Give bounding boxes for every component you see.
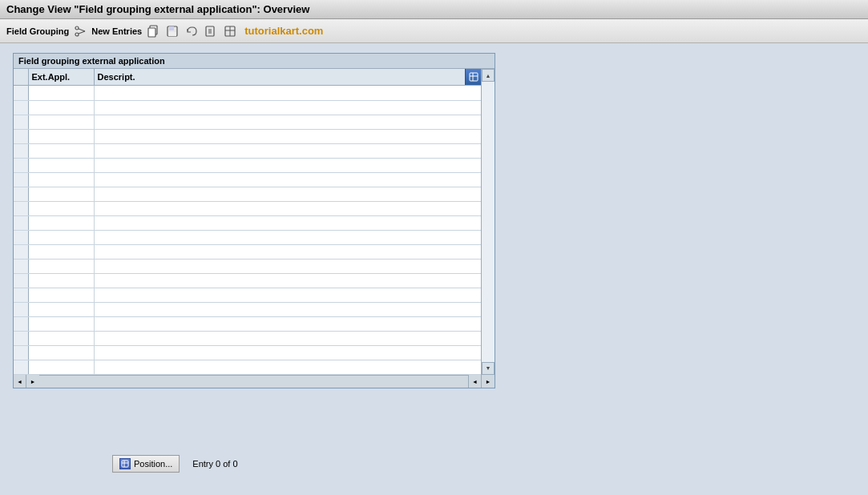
row-select-cell[interactable]: [14, 345, 28, 360]
descript-cell[interactable]: [94, 230, 481, 244]
descript-cell[interactable]: [94, 288, 481, 302]
row-select-cell[interactable]: [14, 273, 28, 288]
position-button[interactable]: Position...: [112, 455, 180, 473]
title-bar: Change View "Field grouping external app…: [0, 0, 868, 19]
ext-appl-cell[interactable]: [28, 115, 94, 129]
table-row[interactable]: [14, 259, 481, 273]
table-row[interactable]: [14, 230, 481, 244]
ext-appl-cell[interactable]: [28, 86, 94, 100]
row-select-cell[interactable]: [14, 143, 28, 158]
table-row[interactable]: [14, 316, 481, 331]
row-select-cell[interactable]: [14, 86, 28, 100]
table-row[interactable]: [14, 172, 481, 187]
column-settings-icon[interactable]: [465, 69, 481, 85]
grid-icon[interactable]: [222, 23, 238, 39]
descript-cell[interactable]: [94, 86, 481, 100]
hscroll-right-small-arrow[interactable]: ►: [26, 375, 39, 388]
ext-appl-cell[interactable]: [28, 288, 94, 302]
scroll-up-arrow[interactable]: ▲: [482, 69, 495, 82]
row-select-cell[interactable]: [14, 215, 28, 230]
save-icon[interactable]: [164, 23, 180, 39]
vertical-scrollbar[interactable]: ▲ ▼: [482, 69, 495, 375]
descript-cell[interactable]: [94, 244, 481, 259]
row-select-cell[interactable]: [14, 244, 28, 259]
table-row[interactable]: [14, 115, 481, 129]
table-row[interactable]: [14, 143, 481, 158]
new-entries-menu[interactable]: New Entries: [91, 26, 142, 36]
table-row[interactable]: [14, 273, 481, 288]
hscroll-right-left-arrow[interactable]: ◄: [469, 375, 482, 388]
row-select-cell[interactable]: [14, 172, 28, 187]
descript-cell[interactable]: [94, 100, 481, 115]
descript-cell[interactable]: [94, 331, 481, 345]
table-row[interactable]: [14, 331, 481, 345]
table-row[interactable]: [14, 302, 481, 316]
ext-appl-cell[interactable]: [28, 244, 94, 259]
ext-appl-cell[interactable]: [28, 100, 94, 115]
scroll-down-arrow[interactable]: ▼: [482, 362, 495, 375]
descript-cell[interactable]: [94, 129, 481, 143]
table-row[interactable]: [14, 129, 481, 143]
descript-cell[interactable]: [94, 273, 481, 288]
ext-appl-cell[interactable]: [28, 187, 94, 201]
field-grouping-menu[interactable]: Field Grouping: [6, 26, 69, 36]
table-row[interactable]: [14, 345, 481, 360]
row-select-cell[interactable]: [14, 259, 28, 273]
descript-cell[interactable]: [94, 259, 481, 273]
position-button-icon: [119, 458, 131, 469]
hscroll-right-right-arrow[interactable]: ►: [482, 375, 495, 388]
row-select-cell[interactable]: [14, 302, 28, 316]
table-row[interactable]: [14, 100, 481, 115]
descript-cell[interactable]: [94, 143, 481, 158]
row-select-cell[interactable]: [14, 201, 28, 215]
descript-cell[interactable]: [94, 302, 481, 316]
row-select-cell[interactable]: [14, 187, 28, 201]
descript-cell[interactable]: [94, 215, 481, 230]
ext-appl-cell[interactable]: [28, 201, 94, 215]
table-row[interactable]: [14, 158, 481, 172]
ext-appl-cell[interactable]: [28, 172, 94, 187]
table-row[interactable]: [14, 215, 481, 230]
table-row[interactable]: [14, 244, 481, 259]
table-row[interactable]: [14, 187, 481, 201]
row-select-cell[interactable]: [14, 331, 28, 345]
descript-cell[interactable]: [94, 187, 481, 201]
ext-appl-cell[interactable]: [28, 316, 94, 331]
descript-cell[interactable]: [94, 115, 481, 129]
table-row[interactable]: [14, 201, 481, 215]
row-select-cell[interactable]: [14, 288, 28, 302]
row-select-cell[interactable]: [14, 360, 28, 374]
descript-cell[interactable]: [94, 201, 481, 215]
scissors-icon[interactable]: [72, 23, 88, 39]
hscroll-left-arrow[interactable]: ◄: [14, 375, 26, 388]
ext-appl-cell[interactable]: [28, 360, 94, 374]
descript-cell[interactable]: [94, 172, 481, 187]
descript-cell[interactable]: [94, 158, 481, 172]
descript-cell[interactable]: [94, 316, 481, 331]
row-select-cell[interactable]: [14, 230, 28, 244]
table-row[interactable]: [14, 86, 481, 100]
ext-appl-cell[interactable]: [28, 331, 94, 345]
entry-count: Entry 0 of 0: [192, 459, 237, 469]
ext-appl-cell[interactable]: [28, 230, 94, 244]
export-icon[interactable]: [203, 23, 219, 39]
table-row[interactable]: [14, 288, 481, 302]
copy-icon[interactable]: [145, 23, 161, 39]
ext-appl-cell[interactable]: [28, 259, 94, 273]
table-row[interactable]: [14, 360, 481, 374]
row-select-cell[interactable]: [14, 158, 28, 172]
row-select-cell[interactable]: [14, 129, 28, 143]
ext-appl-cell[interactable]: [28, 345, 94, 360]
ext-appl-cell[interactable]: [28, 215, 94, 230]
ext-appl-cell[interactable]: [28, 158, 94, 172]
ext-appl-cell[interactable]: [28, 273, 94, 288]
undo-icon[interactable]: [184, 23, 200, 39]
ext-appl-cell[interactable]: [28, 302, 94, 316]
descript-cell[interactable]: [94, 360, 481, 374]
row-select-cell[interactable]: [14, 115, 28, 129]
ext-appl-cell[interactable]: [28, 129, 94, 143]
row-select-cell[interactable]: [14, 100, 28, 115]
row-select-cell[interactable]: [14, 316, 28, 331]
ext-appl-cell[interactable]: [28, 143, 94, 158]
descript-cell[interactable]: [94, 345, 481, 360]
